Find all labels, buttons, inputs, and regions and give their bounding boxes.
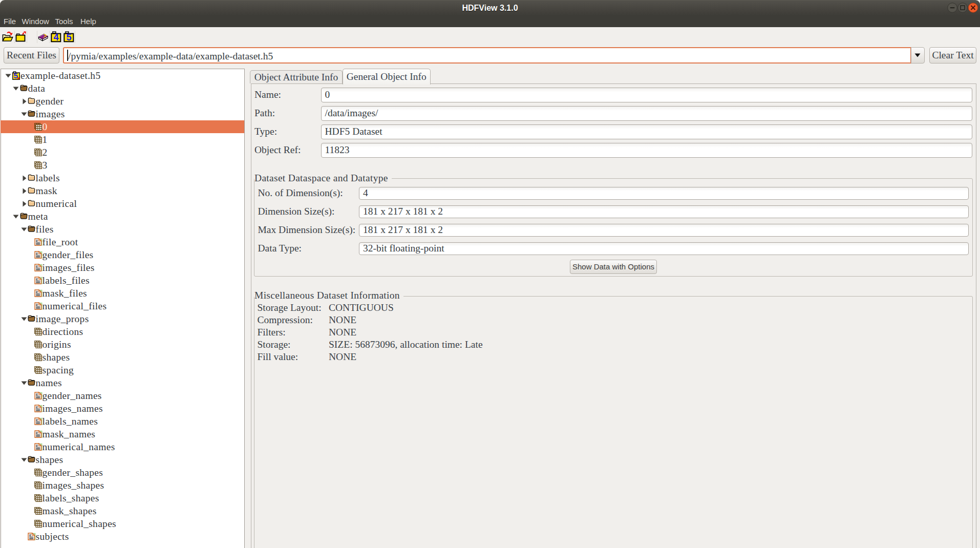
svg-text:5: 5 xyxy=(66,32,71,43)
svg-text:4: 4 xyxy=(53,32,59,43)
